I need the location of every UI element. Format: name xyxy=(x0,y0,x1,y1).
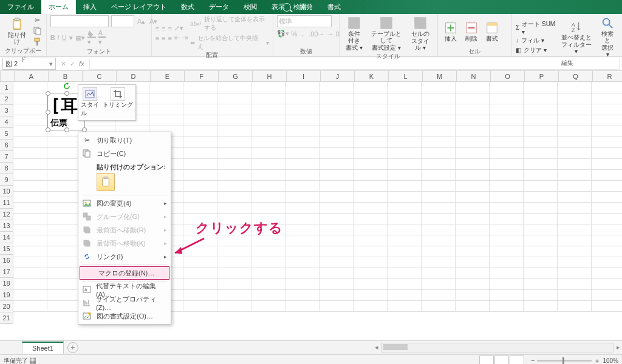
align-top-icon[interactable]: ≡ xyxy=(156,25,159,32)
row-header[interactable]: 10 xyxy=(0,186,13,197)
view-pagelayout-button[interactable] xyxy=(494,356,509,365)
row-header[interactable]: 7 xyxy=(0,151,13,163)
font-size-select[interactable] xyxy=(111,15,134,27)
accounting-icon[interactable]: 💱▾ xyxy=(277,30,289,38)
ctx-copy[interactable]: コピー(C) xyxy=(78,147,171,160)
resize-handle-tl[interactable] xyxy=(46,91,50,96)
percent-icon[interactable]: % xyxy=(292,30,298,38)
rotate-handle[interactable] xyxy=(63,83,69,89)
increase-font-icon[interactable]: A▴ xyxy=(137,16,146,26)
conditional-format-button[interactable]: 条件付き書式 ▾ xyxy=(343,15,366,52)
row-header[interactable]: 4 xyxy=(0,116,13,128)
align-right-icon[interactable]: ≡ xyxy=(168,35,171,42)
row-header[interactable]: 18 xyxy=(0,278,13,289)
column-header[interactable]: O xyxy=(491,71,525,82)
align-center-icon[interactable]: ≡ xyxy=(162,35,165,42)
row-header[interactable]: 6 xyxy=(0,140,13,151)
row-header[interactable]: 20 xyxy=(0,301,13,312)
find-select-button[interactable]: 検索と選択 ▾ xyxy=(597,15,618,59)
hscroll-thumb[interactable] xyxy=(383,344,408,350)
paste-button[interactable]: 貼り付け xyxy=(4,16,30,46)
ctx-assign-macro[interactable]: マクロの登録(N)… xyxy=(80,266,169,280)
increase-decimal-icon[interactable]: .00→ xyxy=(309,30,324,38)
column-header[interactable]: H xyxy=(253,71,287,82)
resize-handle-bl[interactable] xyxy=(46,127,50,132)
column-header[interactable]: Q xyxy=(559,71,593,82)
row-header[interactable]: 13 xyxy=(0,220,13,232)
tab-file[interactable]: ファイル xyxy=(0,0,41,14)
clear-button[interactable]: ◧クリア ▾ xyxy=(516,46,556,55)
tab-page-layout[interactable]: ページ レイアウト xyxy=(104,0,174,14)
column-header[interactable]: M xyxy=(423,71,457,82)
tab-formulas[interactable]: 数式 xyxy=(174,0,202,14)
orientation-icon[interactable]: ⤢▾ xyxy=(174,24,183,32)
fill-button[interactable]: ↓フィル ▾ xyxy=(516,36,556,45)
indent-dec-icon[interactable]: ⇤ xyxy=(174,34,180,42)
tab-insert[interactable]: 挿入 xyxy=(76,0,104,14)
copy-icon[interactable] xyxy=(33,26,43,36)
column-header[interactable]: G xyxy=(219,71,253,82)
format-cells-button[interactable]: 書式 xyxy=(483,20,501,43)
zoom-out-icon[interactable]: − xyxy=(531,357,535,364)
font-family-select[interactable] xyxy=(50,15,109,27)
zoom-control[interactable]: − ＋ 100% xyxy=(531,357,618,365)
column-header[interactable]: D xyxy=(117,71,151,82)
column-header[interactable]: F xyxy=(185,71,219,82)
ctx-link[interactable]: リンク(I)▸ xyxy=(78,250,171,263)
bold-icon[interactable]: B xyxy=(50,34,55,41)
column-header[interactable]: R xyxy=(593,71,622,82)
column-header[interactable]: L xyxy=(389,71,423,82)
align-left-icon[interactable]: ≡ xyxy=(156,35,159,42)
decrease-decimal-icon[interactable]: →.0 xyxy=(327,30,340,38)
column-header[interactable]: A xyxy=(15,71,49,82)
border-icon[interactable]: ▦▾ xyxy=(75,34,85,42)
column-header[interactable]: E xyxy=(151,71,185,82)
tab-home[interactable]: ホーム xyxy=(41,0,76,14)
row-header[interactable]: 1 xyxy=(0,82,13,93)
horizontal-scrollbar[interactable]: ◂▸ xyxy=(381,343,613,352)
select-all-corner[interactable] xyxy=(0,71,15,82)
insert-cells-button[interactable]: 挿入 xyxy=(442,20,460,43)
align-middle-icon[interactable]: ≡ xyxy=(162,25,165,32)
tab-review[interactable]: 校閲 xyxy=(236,0,264,14)
fx-icon[interactable]: fx xyxy=(79,60,84,67)
delete-cells-button[interactable]: 削除 xyxy=(462,20,480,43)
merge-center-button[interactable]: ⬌セルを結合して中央揃え▾ xyxy=(190,34,269,51)
macro-record-icon[interactable]: ▦ xyxy=(30,357,36,364)
column-header[interactable]: J xyxy=(321,71,355,82)
row-header[interactable]: 5 xyxy=(0,128,13,140)
autosum-button[interactable]: Σオート SUM ▾ xyxy=(516,20,556,35)
wrap-text-button[interactable]: ab↵折り返して全体を表示する xyxy=(190,15,269,32)
row-header[interactable]: 19 xyxy=(0,289,13,301)
zoom-in-icon[interactable]: ＋ xyxy=(594,357,600,365)
cell-styles-button[interactable]: セルのスタイル ▾ xyxy=(407,15,433,52)
search-box[interactable]: 検索 xyxy=(282,2,307,12)
row-header[interactable]: 12 xyxy=(0,209,13,220)
add-sheet-button[interactable]: + xyxy=(67,342,78,353)
ctx-size-props[interactable]: サイズとプロパティ(Z)… xyxy=(78,296,171,309)
column-header[interactable]: N xyxy=(457,71,491,82)
fx-cancel-icon[interactable]: ✕ xyxy=(61,60,66,68)
ctx-paste-option[interactable] xyxy=(97,173,115,191)
row-header[interactable]: 14 xyxy=(0,232,13,243)
row-header[interactable]: 3 xyxy=(0,105,13,116)
fill-color-icon[interactable]: ▾ xyxy=(87,30,96,46)
resize-handle-l[interactable] xyxy=(46,110,50,115)
indent-inc-icon[interactable]: ⇥ xyxy=(182,34,188,42)
font-color-icon[interactable]: A▾ xyxy=(98,29,106,46)
ctx-change-picture[interactable]: 図の変更(4)▸ xyxy=(78,197,171,210)
row-header[interactable]: 16 xyxy=(0,255,13,266)
row-header[interactable]: 2 xyxy=(0,93,13,105)
row-header[interactable]: 15 xyxy=(0,243,13,255)
tab-data[interactable]: データ xyxy=(202,0,236,14)
align-bottom-icon[interactable]: ≡ xyxy=(168,25,171,32)
column-header[interactable]: K xyxy=(355,71,389,82)
zoom-value[interactable]: 100% xyxy=(603,357,618,364)
mini-crop-button[interactable]: トリミング xyxy=(103,87,133,118)
ctx-format-picture[interactable]: 図の書式設定(O)… xyxy=(78,309,171,323)
column-header[interactable]: B xyxy=(49,71,83,82)
format-table-button[interactable]: テーブルとして書式設定 ▾ xyxy=(368,15,405,52)
cut-icon[interactable]: ✂ xyxy=(33,15,43,25)
row-header[interactable]: 9 xyxy=(0,174,13,186)
sort-filter-button[interactable]: AZ並べ替えとフィルター ▾ xyxy=(558,19,595,56)
